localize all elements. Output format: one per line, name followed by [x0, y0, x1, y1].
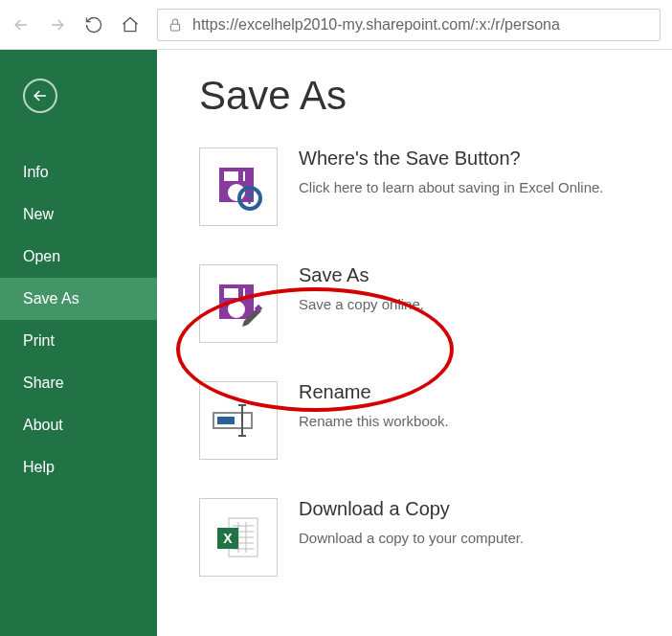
- url-text: https://excelhelp2010-my.sharepoint.com/…: [192, 16, 560, 34]
- app-content: Info New Open Save As Print Share About …: [0, 50, 672, 636]
- home-icon[interactable]: [121, 15, 140, 34]
- sidebar-item-help[interactable]: Help: [0, 446, 157, 488]
- forward-nav-icon[interactable]: [48, 15, 67, 34]
- svg-rect-0: [170, 24, 179, 31]
- option-download-copy[interactable]: X Download a Copy Download a copy to you…: [199, 498, 649, 577]
- svg-rect-3: [238, 171, 243, 181]
- back-button[interactable]: [23, 79, 57, 113]
- sidebar-item-save-as[interactable]: Save As: [0, 278, 157, 320]
- svg-rect-13: [217, 417, 235, 424]
- page-title: Save As: [199, 73, 649, 119]
- sidebar-item-label: New: [23, 206, 54, 222]
- option-title: Download a Copy: [299, 498, 524, 520]
- option-title: Where's the Save Button?: [299, 148, 604, 170]
- option-desc: Click here to learn about saving in Exce…: [299, 179, 604, 195]
- save-question-icon: ?: [199, 148, 278, 226]
- browser-toolbar: https://excelhelp2010-my.sharepoint.com/…: [0, 0, 672, 50]
- option-save-as[interactable]: Save As Save a copy online.: [199, 264, 649, 343]
- svg-text:?: ?: [245, 191, 255, 207]
- sidebar-item-label: Save As: [23, 290, 79, 307]
- option-desc: Download a copy to your computer.: [299, 530, 524, 546]
- sidebar-item-label: Open: [23, 248, 60, 264]
- svg-point-10: [228, 301, 245, 318]
- sidebar-item-label: Share: [23, 375, 64, 391]
- sidebar-item-label: About: [23, 417, 63, 433]
- sidebar-item-print[interactable]: Print: [0, 320, 157, 362]
- sidebar-item-open[interactable]: Open: [0, 236, 157, 278]
- rename-icon: [199, 381, 278, 460]
- address-bar[interactable]: https://excelhelp2010-my.sharepoint.com/…: [157, 9, 661, 41]
- option-title: Save As: [299, 264, 424, 286]
- option-save-button-info[interactable]: ? Where's the Save Button? Click here to…: [199, 148, 649, 226]
- lock-icon: [168, 17, 183, 33]
- refresh-icon[interactable]: [84, 15, 103, 34]
- sidebar-item-label: Print: [23, 332, 55, 349]
- option-desc: Save a copy online.: [299, 296, 424, 312]
- option-rename[interactable]: Rename Rename this workbook.: [199, 381, 649, 460]
- main-panel: Save As ? Where's the Save Button? Click…: [157, 50, 672, 636]
- sidebar-item-label: Help: [23, 459, 55, 475]
- sidebar-item-label: Info: [23, 164, 49, 180]
- svg-rect-9: [238, 288, 243, 298]
- back-nav-icon[interactable]: [11, 15, 31, 34]
- download-excel-icon: X: [199, 498, 278, 577]
- option-desc: Rename this workbook.: [299, 413, 449, 429]
- save-as-icon: [199, 264, 278, 343]
- sidebar-item-about[interactable]: About: [0, 404, 157, 446]
- sidebar-item-new[interactable]: New: [0, 193, 157, 236]
- backstage-sidebar: Info New Open Save As Print Share About …: [0, 50, 157, 636]
- sidebar-item-info[interactable]: Info: [0, 151, 157, 193]
- option-title: Rename: [299, 381, 449, 403]
- sidebar-item-share[interactable]: Share: [0, 362, 157, 404]
- svg-text:X: X: [223, 531, 233, 546]
